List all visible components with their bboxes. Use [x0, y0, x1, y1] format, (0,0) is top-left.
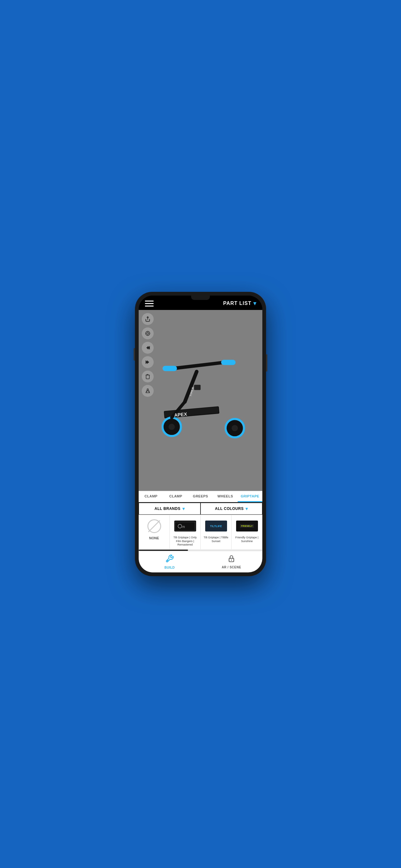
brands-filter-label: ALL BRANDS [155, 506, 180, 511]
none-circle-icon [147, 519, 161, 533]
svg-text:APEX: APEX [174, 411, 188, 418]
phone-screen: PART LIST ▾ [139, 296, 262, 572]
chevron-down-icon: ▾ [253, 300, 256, 307]
phone-frame: PART LIST ▾ [135, 292, 266, 576]
product-tilt-tiltlife-label: Tilt Griptape | Tiltlife Sunset [202, 536, 230, 543]
product-tilt-tiltlife[interactable]: TILTLIFE Tilt Griptape | Tiltlife Sunset [201, 515, 231, 550]
tilt-film-bangers-image: (i) [174, 518, 196, 534]
part-list-label: PART LIST [223, 301, 252, 306]
svg-rect-27 [221, 360, 235, 365]
friendly-sunshine-image: FRIENDLY [236, 518, 258, 534]
nav-ar-scene[interactable]: AR / SCENE [201, 551, 262, 572]
scooter-viewer[interactable]: APEX TYPE R [139, 310, 262, 491]
svg-rect-24 [194, 384, 201, 390]
menu-button[interactable] [145, 301, 154, 307]
side-button-left [134, 348, 135, 361]
tab-griptape[interactable]: GRIPTAPE [238, 491, 262, 502]
scroll-indicator [139, 550, 262, 551]
svg-line-25 [173, 362, 224, 368]
nav-build[interactable]: BUILD [139, 551, 201, 572]
scroll-bar [139, 550, 188, 551]
filter-row: ALL BRANDS ▾ ALL COLOURS ▾ [139, 502, 262, 515]
nav-ar-label: AR / SCENE [222, 565, 241, 569]
tab-clamp2[interactable]: CLAMP [163, 491, 188, 502]
back-button[interactable] [142, 342, 154, 354]
tilt-tiltlife-image: TILTLIFE [205, 518, 227, 534]
svg-line-15 [149, 391, 149, 393]
scooter-image: APEX TYPE R [148, 350, 253, 451]
part-list-button[interactable]: PART LIST ▾ [223, 300, 256, 307]
forward-button[interactable] [142, 356, 154, 368]
product-none[interactable]: NONE [139, 515, 170, 550]
nav-build-label: BUILD [164, 566, 175, 569]
colours-filter-label: ALL COLOURS [215, 506, 244, 511]
left-controls [142, 313, 154, 397]
svg-point-1 [145, 331, 150, 336]
colours-chevron-icon: ▾ [245, 506, 248, 511]
target-button[interactable] [142, 328, 154, 339]
product-none-label: NONE [149, 536, 159, 540]
tab-greeps[interactable]: GREEPS [188, 491, 213, 502]
product-tilt-film-label: Tilt Griptape | Only Film Bangers | Rema… [171, 536, 199, 547]
delete-button[interactable] [142, 371, 154, 382]
svg-line-14 [146, 391, 147, 393]
svg-point-30 [178, 524, 182, 528]
none-image-area [143, 518, 165, 534]
svg-point-2 [147, 333, 149, 334]
category-tabs: CLAMP CLAMP GREEPS WHEELS GRIPTAPE [139, 491, 262, 502]
build-icon [165, 554, 174, 565]
friendly-brand-label: FRIENDLY [240, 524, 254, 528]
products-grid: NONE (i) Tilt Griptape | Only Film Bange… [139, 515, 262, 550]
tab-wheels[interactable]: WHEELS [213, 491, 238, 502]
product-friendly-label: Friendly Griptape | Sunshine [233, 536, 261, 543]
svg-text:(i): (i) [182, 525, 185, 528]
svg-point-19 [168, 424, 175, 430]
bottom-nav: BUILD AR / SCENE [139, 551, 262, 572]
ar-scene-icon [227, 555, 235, 565]
product-friendly-sunshine[interactable]: FRIENDLY Friendly Griptape | Sunshine [231, 515, 262, 550]
svg-point-21 [231, 425, 238, 431]
svg-rect-26 [162, 366, 177, 371]
tiltlife-brand-label: TILTLIFE [208, 524, 224, 528]
svg-point-34 [231, 560, 232, 561]
phone-notch [191, 296, 210, 300]
colours-filter-button[interactable]: ALL COLOURS ▾ [201, 503, 262, 515]
product-tilt-film-bangers[interactable]: (i) Tilt Griptape | Only Film Bangers | … [170, 515, 201, 550]
brands-chevron-icon: ▾ [182, 506, 185, 511]
side-button-right [266, 354, 267, 372]
tab-clamp1[interactable]: CLAMP [139, 491, 163, 502]
share-button[interactable] [142, 313, 154, 325]
scale-button[interactable] [142, 385, 154, 397]
svg-point-11 [147, 389, 149, 390]
brands-filter-button[interactable]: ALL BRANDS ▾ [139, 503, 201, 515]
